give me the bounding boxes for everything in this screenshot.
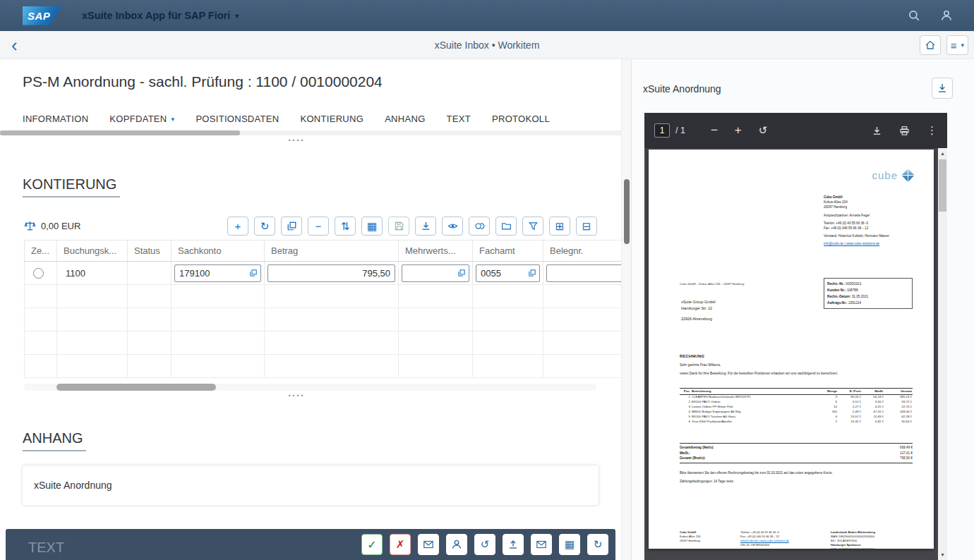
content-area: PS-M Anordnung - sachl. Prüfung : 1100 /…: [0, 59, 974, 560]
app-title-label: xSuite Inbox App für SAP Fiori: [82, 10, 230, 21]
download-attachment-button[interactable]: [932, 78, 953, 99]
page-count-label: / 1: [675, 126, 685, 135]
tab-kopfdaten[interactable]: KOPFDATEN▾: [109, 114, 174, 133]
upload-button[interactable]: [503, 534, 524, 555]
invoice-items-table: Pos. Bezeichnung Menge E.-Preis MwSt. Ge…: [680, 388, 913, 424]
tab-information[interactable]: INFORMATION: [23, 114, 88, 133]
attachment-title: xSuite Anordnung: [34, 480, 112, 491]
viewer-title: xSuite Anordnung: [643, 83, 721, 95]
pdf-viewer: 1 / 1 − + ↺ ⋮ cube: [644, 113, 947, 560]
tab-text[interactable]: TEXT: [447, 114, 471, 133]
company-street: Kubus-Allee 234: [824, 200, 913, 205]
tab-positionsdaten[interactable]: POSITIONSDATEN: [196, 114, 279, 133]
home-button[interactable]: [920, 35, 941, 55]
recipient-block: xSuite Group GmbH Hamburger Str. 12 2292…: [681, 299, 716, 322]
eye-icon: [447, 221, 458, 231]
zoom-in-button[interactable]: +: [735, 123, 742, 138]
app-title-menu[interactable]: xSuite Inbox App für SAP Fiori ▾: [82, 10, 239, 21]
items-col-qty: Menge: [819, 389, 838, 395]
invoice-line: 6Tesa 6300 Packband Abroller215,32 €5,82…: [680, 419, 913, 424]
save-template-button[interactable]: [388, 217, 409, 236]
download-icon: [872, 126, 882, 136]
squared-minus-icon: ⊟: [582, 221, 591, 231]
pdf-scrollbar[interactable]: ▲ ▼: [938, 148, 947, 560]
filter-button[interactable]: [522, 217, 543, 236]
items-col-total: Gesamt: [884, 389, 913, 395]
refresh-icon: ↻: [260, 221, 270, 231]
sap-logo[interactable]: SAP: [23, 6, 62, 25]
balance-scale-icon: [24, 220, 36, 232]
expand-rows-button[interactable]: ⊞: [549, 217, 570, 236]
undo-icon: ↺: [481, 538, 490, 551]
company-fax: Fax: +49 (0) 040 55 66 38 – 12: [824, 226, 913, 231]
approve-button[interactable]: ✓: [361, 534, 383, 555]
rotate-button[interactable]: ↺: [759, 124, 768, 137]
send-mail-button[interactable]: [531, 534, 552, 555]
sachkonto-input[interactable]: [174, 264, 261, 282]
scroll-up-icon[interactable]: ▲: [938, 151, 947, 156]
section-resize-grip[interactable]: ....: [0, 389, 593, 396]
recalculate-button[interactable]: ↻: [254, 217, 275, 236]
page-number-input[interactable]: 1: [654, 123, 670, 138]
copy-icon: [287, 221, 297, 231]
menu-button[interactable]: ≡ ▾: [946, 35, 968, 55]
invoice-intro: vielen Dank für Ihre Bestellung. Für die…: [680, 372, 913, 375]
copy-row-button[interactable]: [281, 217, 302, 236]
forward-user-button[interactable]: [446, 534, 467, 555]
table-button[interactable]: ▦: [559, 534, 580, 555]
company-phone: Telefon: +49 (0) 40 55 66 36 -0: [824, 221, 913, 226]
invoice-totals: Gesamtbetrag (Netto):668,49 € MwSt.:127,…: [680, 443, 913, 463]
pdf-download-button[interactable]: [872, 126, 882, 136]
grid-icon: ▦: [367, 221, 377, 231]
search-icon[interactable]: [908, 9, 920, 22]
tab-protokoll[interactable]: PROTOKOLL: [492, 114, 550, 133]
distribute-button[interactable]: ⇅: [335, 217, 356, 236]
inquiry-mail-button[interactable]: [418, 534, 439, 555]
value-help-icon[interactable]: [528, 269, 536, 277]
value-help-icon[interactable]: [457, 269, 466, 277]
column-header-mehrwertsteuer: Mehrwerts...: [399, 241, 473, 262]
recipient-street: Hamburger Str. 12: [681, 305, 716, 312]
scrollbar-thumb[interactable]: [624, 179, 630, 244]
column-header-belegnr: Belegnr.: [543, 241, 622, 262]
sender-line: Cube GmbH – Kubus-Allee 234 – 20097 Hamb…: [680, 282, 744, 286]
export-button[interactable]: [415, 217, 436, 236]
cube-diamond-icon: [901, 169, 914, 181]
section-resize-grip[interactable]: ....: [0, 134, 593, 141]
refresh-button[interactable]: ↻: [587, 534, 608, 555]
display-button[interactable]: [442, 217, 463, 236]
zoom-out-button[interactable]: −: [711, 123, 718, 138]
company-contact: Ansprechpartner: Annette Feger: [824, 213, 913, 218]
belegnr-input[interactable]: [546, 264, 621, 282]
pdf-more-button[interactable]: ⋮: [927, 124, 937, 137]
payment-terms: Zahlungsbedingungen: 14 Tage netto: [680, 480, 733, 483]
attachment-viewer-panel: xSuite Anordnung 1 / 1 − + ↺ ⋮: [631, 59, 974, 560]
user-icon[interactable]: [940, 9, 953, 22]
balance-amount: 0,00 EUR: [41, 221, 80, 231]
footer-line: 20097 Hamburg: [680, 539, 740, 543]
sync-icon: ↻: [594, 538, 603, 551]
plus-icon: +: [235, 221, 241, 231]
reject-button[interactable]: ✗: [390, 534, 411, 555]
chevron-down-icon: ▾: [172, 116, 175, 123]
scroll-down-icon[interactable]: ▼: [938, 552, 947, 557]
collapse-rows-button[interactable]: ⊟: [576, 217, 597, 236]
value-help-icon[interactable]: [249, 269, 258, 277]
screen: SAP xSuite Inbox App für SAP Fiori ▾ ‹ x…: [0, 0, 974, 560]
row-select-radio[interactable]: [33, 268, 44, 279]
delete-row-button[interactable]: −: [308, 217, 329, 236]
vertical-scrollbar[interactable]: [621, 59, 631, 560]
tab-kontierung[interactable]: KONTIERUNG: [300, 114, 363, 133]
pdf-print-button[interactable]: [899, 126, 910, 136]
add-row-button[interactable]: +: [227, 217, 248, 236]
table-view-button[interactable]: ▦: [361, 217, 383, 236]
copy-template-button[interactable]: [495, 217, 517, 236]
currency-button[interactable]: [469, 217, 490, 236]
send-back-button[interactable]: ↺: [474, 534, 495, 555]
table-row-empty: [25, 308, 622, 331]
attachment-item[interactable]: xSuite Anordnung: [23, 465, 599, 505]
betrag-input[interactable]: [267, 264, 395, 282]
meta-value: 31.05.2021: [852, 295, 868, 298]
scrollbar-thumb[interactable]: [939, 159, 946, 212]
tab-anhang[interactable]: ANHANG: [385, 114, 425, 133]
